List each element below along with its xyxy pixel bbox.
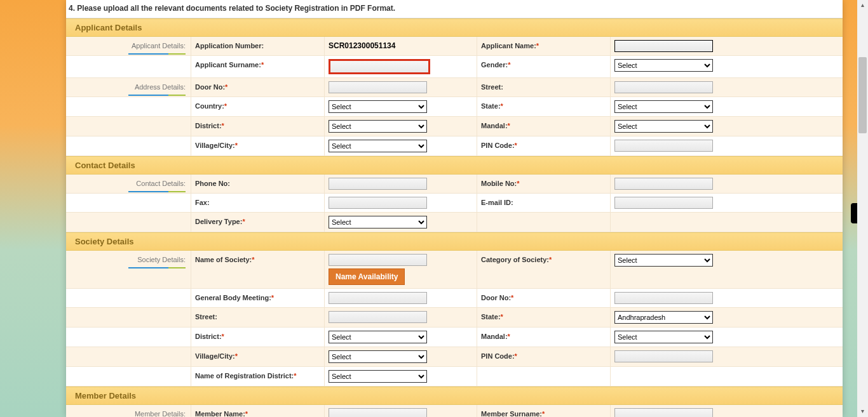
label-category: Category of Society: — [481, 256, 549, 263]
input-gbm[interactable] — [329, 292, 427, 304]
select-delivery[interactable]: Select — [329, 216, 427, 228]
label-society-door: Door No: — [481, 294, 511, 301]
select-category[interactable]: Select — [614, 254, 713, 267]
label-mobile: Mobile No: — [481, 180, 517, 187]
label-society-name: Name of Society: — [195, 256, 252, 263]
side-label-applicant: Applicant Details: — [132, 42, 186, 50]
section-header-member: Member Details — [66, 387, 843, 405]
select-gender[interactable]: Select — [614, 59, 713, 72]
input-door-no[interactable] — [329, 81, 427, 93]
scroll-thumb[interactable] — [858, 57, 867, 133]
input-society-door[interactable] — [614, 292, 713, 304]
row-reg-district: Name of Registration District:* Select — [66, 367, 843, 387]
label-society-street: Street: — [195, 313, 217, 321]
value-application-number: SCR012300051134 — [329, 40, 395, 50]
input-street[interactable] — [614, 81, 713, 93]
row-door-no: Address Details: Door No:* Street: — [66, 78, 843, 97]
select-country[interactable]: Select — [329, 100, 427, 113]
label-society-state: State: — [481, 313, 501, 321]
scroll-down-icon[interactable]: ▾ — [857, 406, 868, 417]
row-society-name: Society Details: Name of Society:* Name … — [66, 251, 843, 289]
underline-decor — [128, 267, 186, 268]
name-availability-button[interactable]: Name Availability — [329, 268, 405, 285]
row-society-district: District:* Select Mandal:* Select — [66, 328, 843, 347]
label-delivery: Delivery Type: — [195, 218, 242, 225]
row-member-name: Member Details: Member Name:* Member Sur… — [66, 405, 843, 417]
row-society-street: Street: State:* Andhrapradesh — [66, 308, 843, 328]
input-member-name[interactable] — [329, 408, 427, 417]
form-container: 4. Please upload all the relevant docume… — [66, 0, 843, 417]
label-district: District: — [195, 122, 222, 129]
section-header-society: Society Details — [66, 232, 843, 251]
label-country: Country: — [195, 102, 224, 110]
underline-decor — [128, 95, 186, 96]
select-society-state[interactable]: Andhrapradesh — [614, 311, 713, 324]
section-header-contact: Contact Details — [66, 156, 843, 175]
select-mandal[interactable]: Select — [614, 120, 713, 133]
input-member-surname[interactable] — [614, 408, 713, 417]
side-label-contact: Contact Details: — [136, 180, 186, 187]
label-gender: Gender: — [481, 61, 508, 69]
row-gbm: General Body Meeting:* Door No:* — [66, 289, 843, 308]
row-application-number: Applicant Details: Application Number: S… — [66, 37, 843, 56]
label-email: E-mail ID: — [481, 199, 513, 206]
row-village: Village/City:* Select PIN Code:* — [66, 136, 843, 156]
row-applicant-surname: Applicant Surname:* Gender:* Select — [66, 56, 843, 78]
input-fax[interactable] — [329, 197, 427, 209]
select-state[interactable]: Select — [614, 100, 713, 113]
label-door-no: Door No: — [195, 83, 225, 91]
label-applicant-surname: Applicant Surname: — [195, 61, 261, 69]
select-society-village[interactable]: Select — [329, 350, 427, 363]
side-label-society: Society Details: — [137, 256, 186, 263]
input-pin[interactable] — [614, 140, 713, 152]
label-member-surname: Member Surname: — [481, 410, 542, 417]
input-society-name[interactable] — [329, 254, 427, 266]
label-society-district: District: — [195, 333, 222, 340]
input-phone[interactable] — [329, 178, 427, 190]
label-mandal: Mandal: — [481, 122, 508, 129]
underline-decor — [128, 191, 186, 192]
label-society-pin: PIN Code: — [481, 352, 515, 360]
label-applicant-name: Applicant Name: — [481, 42, 536, 50]
label-fax: Fax: — [195, 199, 210, 206]
underline-decor — [128, 53, 186, 55]
select-society-mandal[interactable]: Select — [614, 331, 713, 343]
row-fax: Fax: E-mail ID: — [66, 194, 843, 213]
vertical-scrollbar[interactable]: ▴ ▾ — [857, 0, 868, 417]
label-reg-district: Name of Registration District: — [195, 372, 294, 380]
label-village: Village/City: — [195, 142, 235, 149]
label-gbm: General Body Meeting: — [195, 294, 271, 301]
input-society-street[interactable] — [329, 311, 427, 323]
label-pin: PIN Code: — [481, 142, 515, 149]
select-reg-district[interactable]: Select — [329, 370, 427, 383]
label-state: State: — [481, 102, 501, 110]
side-label-member: Member Details: — [135, 410, 186, 417]
input-applicant-name[interactable] — [614, 40, 713, 52]
row-country: Country:* Select State:* Select — [66, 97, 843, 117]
instruction-text: 4. Please upload all the relevant docume… — [66, 0, 843, 18]
row-district: District:* Select Mandal:* Select — [66, 117, 843, 136]
row-society-village: Village/City:* Select PIN Code:* — [66, 347, 843, 367]
section-header-applicant: Applicant Details — [66, 18, 843, 37]
scroll-up-icon[interactable]: ▴ — [857, 0, 868, 11]
input-applicant-surname[interactable] — [329, 59, 430, 74]
side-handle-icon[interactable] — [851, 203, 857, 223]
input-mobile[interactable] — [614, 178, 713, 190]
label-society-mandal: Mandal: — [481, 333, 508, 340]
side-label-address: Address Details: — [135, 83, 186, 91]
row-phone: Contact Details: Phone No: Mobile No:* — [66, 175, 843, 194]
label-phone: Phone No: — [195, 180, 230, 187]
label-society-village: Village/City: — [195, 352, 235, 360]
input-society-pin[interactable] — [614, 350, 713, 362]
select-village[interactable]: Select — [329, 140, 427, 152]
select-society-district[interactable]: Select — [329, 331, 427, 343]
input-email[interactable] — [614, 197, 713, 209]
row-delivery: Delivery Type:* Select — [66, 213, 843, 232]
select-district[interactable]: Select — [329, 120, 427, 133]
label-member-name: Member Name: — [195, 410, 245, 417]
label-application-number: Application Number: — [191, 37, 324, 55]
label-street: Street: — [481, 83, 503, 91]
